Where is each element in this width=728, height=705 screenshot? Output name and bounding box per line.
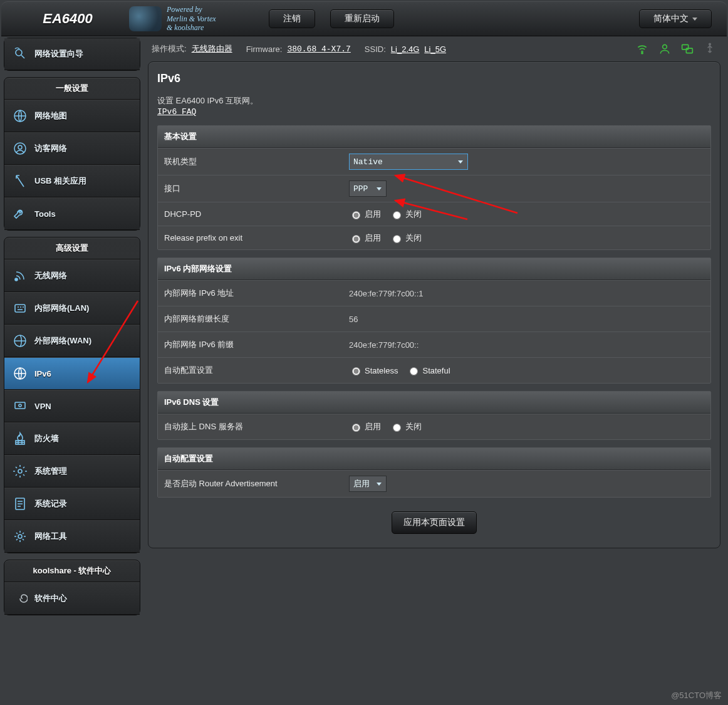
- svg-point-4: [15, 278, 18, 281]
- ipv6-faq-link[interactable]: IPv6 FAQ: [157, 107, 196, 117]
- sidebar-item-label: 防火墙: [34, 433, 59, 444]
- stateless-radio[interactable]: Stateless: [349, 365, 398, 375]
- sidebar-item-label: VPN: [34, 402, 51, 411]
- ssid-label: SSID:: [365, 44, 386, 54]
- field-label: Release prefix on exit: [158, 226, 343, 249]
- language-select[interactable]: 简体中文: [639, 9, 712, 28]
- sidebar-item-guest[interactable]: 访客网络: [4, 132, 140, 165]
- sidebar-header: 一般设置: [4, 78, 140, 100]
- reboot-button[interactable]: 重新启动: [330, 9, 394, 28]
- sidebar-item-firewall[interactable]: 防火墙: [4, 422, 140, 455]
- sidebar-item-wan[interactable]: 外部网络(WAN): [4, 325, 140, 357]
- field-label: 自动接上 DNS 服务器: [158, 414, 343, 439]
- fw-label: Firmware:: [246, 44, 283, 54]
- field-label: 联机类型: [158, 149, 343, 174]
- sidebar-item-nettools[interactable]: 网络工具: [4, 520, 140, 553]
- dns-off-radio[interactable]: 关闭: [390, 421, 422, 432]
- sidebar-item-label: USB 相关应用: [34, 175, 86, 187]
- gear-icon: [12, 463, 28, 479]
- sidebar-general: 一般设置 网络地图 访客网络 USB 相关应用 Tools: [4, 77, 140, 231]
- wifi-status-icon[interactable]: [635, 43, 649, 55]
- row-release-prefix: Release prefix on exit 启用 关闭: [158, 226, 710, 249]
- ssid-24g-link[interactable]: Li_2.4G: [391, 44, 420, 54]
- dhcppd-on-radio[interactable]: 启用: [349, 209, 381, 220]
- svg-rect-8: [15, 402, 25, 409]
- release-on-radio[interactable]: 启用: [349, 232, 381, 244]
- ssid-5g-link[interactable]: Li_5G: [424, 44, 446, 54]
- release-off-radio[interactable]: 关闭: [390, 232, 422, 244]
- wifi-icon: [12, 268, 28, 284]
- model-name: EA6400: [11, 11, 124, 27]
- firewall-icon: [12, 431, 28, 447]
- wan-status-icon[interactable]: [680, 43, 694, 55]
- field-value: 240e:fe:779f:7c00::1: [349, 289, 424, 298]
- fw-link[interactable]: 380.68_4-X7.7: [287, 44, 350, 54]
- sidebar-koolshare: koolshare - 软件中心 软件中心: [4, 560, 140, 615]
- sidebar-item-label: 网络工具: [34, 531, 67, 542]
- ra-select[interactable]: 启用: [349, 476, 387, 492]
- sidebar-item-softcenter[interactable]: 软件中心: [4, 582, 140, 615]
- status-icons: [635, 43, 717, 55]
- powered-by: Powered by Merlin & Vortex & koolshare: [167, 5, 216, 32]
- field-label: DHCP-PD: [158, 202, 343, 226]
- interface-select[interactable]: PPP: [349, 180, 387, 197]
- sidebar-item-label: 内部网络(LAN): [34, 303, 89, 314]
- usb-icon: [12, 173, 28, 189]
- svg-point-9: [19, 404, 21, 407]
- dns-on-radio[interactable]: 启用: [349, 421, 381, 432]
- guest-icon: [12, 140, 28, 157]
- sidebar-item-label: Tools: [34, 209, 56, 219]
- svg-point-15: [663, 44, 667, 49]
- stateful-radio[interactable]: Stateful: [407, 365, 450, 375]
- lan-icon: [12, 300, 28, 316]
- globe-icon: [12, 108, 28, 124]
- sidebar-item-usb[interactable]: USB 相关应用: [4, 165, 140, 197]
- svg-point-11: [18, 469, 22, 473]
- ipv6-icon: [12, 365, 28, 382]
- sidebar-header: koolshare - 软件中心: [4, 560, 140, 582]
- sidebar-item-wireless[interactable]: 无线网络: [4, 259, 140, 292]
- svg-point-3: [18, 145, 22, 149]
- wrench-icon: [12, 206, 28, 222]
- field-label: 是否启动 Router Advertisement: [158, 471, 343, 496]
- sidebar-item-admin[interactable]: 系统管理: [4, 455, 140, 488]
- sidebar-item-ipv6[interactable]: IPv6: [4, 357, 140, 390]
- svg-point-14: [642, 53, 643, 54]
- brand-logo: [129, 6, 162, 31]
- globe-icon: [12, 333, 28, 349]
- row-lan-prefix: 内部网络 IPv6 前缀 240e:fe:779f:7c00::: [158, 332, 710, 357]
- sidebar-item-label: 系统记录: [34, 498, 67, 509]
- apply-button[interactable]: 应用本页面设置: [392, 511, 477, 534]
- page-description: 设置 EA6400 IPv6 互联网。 IPv6 FAQ: [157, 91, 711, 118]
- conn-type-select[interactable]: Native: [349, 154, 468, 170]
- group-ra: 自动配置设置 是否启动 Router Advertisement 启用: [157, 447, 711, 498]
- sidebar-item-tools[interactable]: Tools: [4, 197, 140, 230]
- user-status-icon[interactable]: [658, 43, 672, 55]
- field-label: 内部网络 IPv6 地址: [158, 281, 343, 306]
- svg-rect-5: [15, 305, 25, 312]
- spiral-icon: [12, 590, 28, 607]
- svg-point-18: [709, 43, 711, 45]
- sidebar-item-syslog[interactable]: 系统记录: [4, 488, 140, 520]
- sidebar-item-label: IPv6: [34, 369, 51, 379]
- sidebar-wizard[interactable]: 网络设置向导: [4, 38, 140, 71]
- mode-label: 操作模式:: [152, 43, 187, 55]
- svg-point-0: [16, 50, 22, 56]
- settings-panel: IPv6 设置 EA6400 IPv6 互联网。 IPv6 FAQ 基本设置 联…: [148, 61, 720, 548]
- usb-status-icon[interactable]: [703, 43, 717, 55]
- sidebar-item-label: 网络设置向导: [34, 48, 83, 60]
- page-title: IPv6: [157, 71, 711, 91]
- sidebar-item-vpn[interactable]: VPN: [4, 390, 140, 422]
- vpn-icon: [12, 398, 28, 414]
- sidebar-advanced: 高级设置 无线网络 内部网络(LAN) 外部网络(WAN) IPv6 VPN: [4, 237, 140, 553]
- sidebar: 网络设置向导 一般设置 网络地图 访客网络 USB 相关应用 Tools: [4, 38, 140, 622]
- group-lan: IPv6 内部网络设置 内部网络 IPv6 地址 240e:fe:779f:7c…: [157, 258, 711, 384]
- field-label: 接口: [158, 176, 343, 201]
- sidebar-item-lan[interactable]: 内部网络(LAN): [4, 292, 140, 325]
- logout-button[interactable]: 注销: [269, 9, 315, 28]
- row-interface: 接口 PPP: [158, 175, 710, 202]
- op-mode-link[interactable]: 无线路由器: [192, 43, 232, 55]
- sidebar-item-map[interactable]: 网络地图: [4, 100, 140, 132]
- group-dns: IPv6 DNS 设置 自动接上 DNS 服务器 启用 关闭: [157, 391, 711, 440]
- dhcppd-off-radio[interactable]: 关闭: [390, 209, 422, 220]
